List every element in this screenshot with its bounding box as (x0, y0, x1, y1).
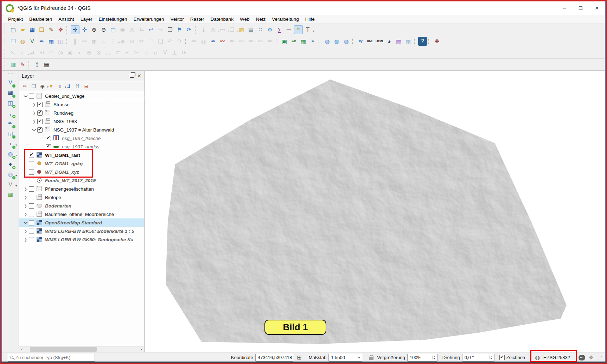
save-project-as-icon[interactable]: ❏ (37, 25, 46, 34)
layer-visibility-checkbox[interactable] (29, 178, 34, 183)
processing-toolbox-icon[interactable]: ⚙ (266, 25, 274, 34)
new-geopackage-icon[interactable]: ✒ (37, 37, 46, 46)
magnifier-spinner[interactable]: 100% ▴▾ (407, 354, 437, 362)
layers-stack-icon[interactable]: ❒ (9, 37, 18, 46)
raise-label-icon[interactable]: ↥ (33, 60, 41, 69)
layer-label[interactable]: nsg_1937_flaeche (62, 136, 101, 141)
layer-label[interactable]: Strasse (53, 102, 70, 107)
layer-tree-row[interactable]: ❯Gebiet_und_Wege (19, 92, 144, 100)
add-wms-layer-icon[interactable]: ◍▾+ (6, 149, 15, 158)
layer-visibility-checkbox[interactable] (29, 203, 34, 209)
layer-panel-hscrollbar[interactable]: ‹ › (19, 346, 144, 352)
add-vector-layer-icon[interactable]: V+ (6, 78, 15, 87)
crs-value[interactable]: EPSG:25832 (543, 355, 570, 360)
pan-to-selection-icon[interactable]: ✜ (80, 25, 89, 34)
layer-label[interactable]: WMS LGRB-BW GK50: Geologische Ka (45, 237, 133, 242)
magnifier-value[interactable]: 100% (410, 355, 421, 360)
add-spatialite-layer-icon[interactable]: ◲+ (6, 129, 15, 138)
web-plugin-3-icon[interactable]: ◍ (342, 37, 351, 46)
menu-item-projekt[interactable]: Projekt (5, 15, 26, 24)
layer-visibility-checkbox[interactable] (29, 212, 34, 217)
layer-label[interactable]: Rundweg (53, 110, 74, 116)
new-shapefile-icon[interactable]: V (28, 37, 37, 46)
add-vector-tile-layer-icon[interactable]: V▾ (6, 180, 15, 189)
add-gpx-layer-icon[interactable]: ✒+ (6, 119, 15, 128)
layer-tree-row[interactable]: ❯WMS LGRB-BW GK50: Geologische Ka (19, 235, 144, 244)
layer-visibility-checkbox[interactable] (29, 195, 34, 200)
measure-icon[interactable]: ▭▾ (285, 25, 293, 34)
layer-label[interactable]: WT_DGM1_rast (45, 153, 80, 158)
refresh-map-icon[interactable]: ⟳ (185, 25, 193, 34)
layer-tree-row[interactable]: WT_DGM1_rast (19, 151, 144, 159)
zoom-out-icon[interactable]: ⊖ (99, 25, 108, 34)
spin-down-icon[interactable]: ▾ (434, 358, 435, 360)
text-annotation-icon[interactable]: T▾ (304, 25, 312, 34)
html-tools-icon[interactable]: HTML (375, 37, 384, 46)
plugin-raster-green-icon[interactable]: ▦ (299, 37, 308, 46)
layer-tree-row[interactable]: ❯NSG_1937 = Alter Bannwald (19, 126, 144, 134)
hscroll-left-arrow[interactable]: ‹ (19, 347, 25, 352)
layer-visibility-checkbox[interactable] (46, 136, 51, 141)
layer-styling-edit-icon[interactable]: ✎ (18, 60, 27, 69)
plugin-blue-grid-icon[interactable]: ▦ (404, 37, 413, 46)
layer-tree-row[interactable]: WT_DGM1_gpkg (19, 159, 144, 168)
minimize-button[interactable]: ─ (556, 1, 573, 15)
expander-icon[interactable]: ❯ (31, 120, 37, 123)
extent-toggle-icon[interactable]: ⊞ (295, 354, 303, 362)
layer-label[interactable]: Gebiet_und_Wege (45, 94, 84, 99)
add-group-icon[interactable]: ❒ (30, 82, 38, 90)
layer-tree-row[interactable]: nsg_1937_umriss (19, 142, 144, 151)
expander-icon[interactable]: ❯ (23, 204, 29, 208)
qgis-news-icon[interactable]: ❖ (587, 354, 595, 362)
edit-sticky-note-icon[interactable]: ▨ (237, 25, 246, 34)
render-checkbox[interactable] (499, 355, 505, 360)
add-postgis-layer-icon[interactable]: ◖▾+ (6, 139, 15, 148)
coordinate-field[interactable]: 473416,5397418 (255, 354, 293, 362)
map-tips-icon[interactable]: ❝ (294, 25, 303, 34)
layer-visibility-checkbox[interactable] (29, 237, 34, 242)
add-raster-layer-icon[interactable]: ▦+ (6, 88, 15, 97)
hscroll-right-arrow[interactable]: › (138, 347, 144, 352)
layer-label[interactable]: OpenStreetMap Standard (45, 220, 102, 225)
db-manager-icon[interactable]: ◓ (308, 37, 317, 46)
help-icon[interactable]: ? (418, 37, 427, 46)
menu-item-netz[interactable]: Netz (253, 15, 269, 24)
bookmarks-icon[interactable]: ⚑ (175, 25, 184, 34)
layer-tree-row[interactable]: ❯NSG_1983 (19, 117, 144, 126)
layer-label[interactable]: Pflanzengesellschaften (45, 186, 94, 192)
expander-icon[interactable]: ❯ (23, 212, 29, 216)
project-properties-icon[interactable]: ✎ (47, 25, 56, 34)
layer-visibility-checkbox[interactable] (29, 94, 34, 99)
expander-icon[interactable]: ❯ (23, 196, 29, 199)
scale-value[interactable]: 1:5500 (331, 355, 345, 360)
rotation-value[interactable]: 0,0 ° (465, 355, 474, 360)
chevron-down-icon[interactable]: ▾ (15, 174, 17, 177)
menu-item-web[interactable]: Web (237, 15, 253, 24)
layer-visibility-checkbox[interactable] (29, 220, 34, 225)
layer-tree-row[interactable]: ❯WMS LGRB-BW BK50: Bodenkarte 1 : 5 (19, 227, 144, 235)
maximize-button[interactable]: ☐ (573, 1, 589, 15)
save-project-icon[interactable]: ▦ (28, 25, 37, 34)
layer-tree-row[interactable]: ❯Strasse (19, 100, 144, 109)
messages-icon[interactable]: ••• (579, 355, 585, 360)
menu-item-datenbank[interactable]: Datenbank (207, 15, 237, 24)
coordinate-value[interactable]: 473416,5397418 (258, 355, 292, 360)
filter-expression-icon[interactable]: ε▾ (56, 82, 64, 90)
plugin-wd-icon[interactable]: wD (289, 37, 298, 46)
layer-label[interactable]: nsg_1937_umriss (62, 144, 100, 149)
close-panel-button[interactable]: ✕ (137, 74, 141, 78)
layer-tree-row[interactable]: ❯Pflanzengesellschaften (19, 185, 144, 193)
open-attribute-table-icon[interactable]: ▤ (247, 25, 255, 34)
add-delimited-text-icon[interactable]: ,+ (6, 109, 15, 117)
expander-icon[interactable]: ❯ (32, 127, 36, 133)
expander-icon[interactable]: ❯ (23, 238, 29, 242)
new-map-view-icon[interactable]: ❐ (166, 25, 174, 34)
menu-item-verarbeitung[interactable]: Verarbeitung (269, 15, 302, 24)
pin-labels-icon[interactable]: ▦ (42, 60, 51, 69)
chevron-down-icon[interactable]: ▾ (15, 154, 17, 157)
hscroll-thumb[interactable] (30, 347, 97, 352)
float-panel-button[interactable] (130, 74, 134, 78)
plugin-color-grid-icon[interactable]: ▦ (394, 37, 403, 46)
expander-icon[interactable]: ❯ (23, 229, 29, 233)
layer-visibility-checkbox[interactable] (37, 119, 43, 124)
